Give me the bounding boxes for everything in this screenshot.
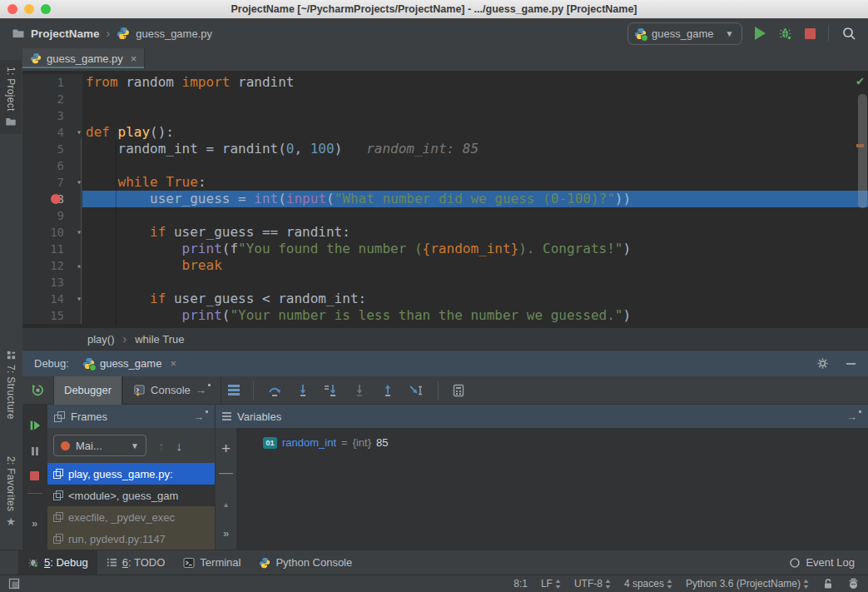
gutter-line-1[interactable]: 1: [22, 74, 82, 91]
caret-position[interactable]: 8:1: [513, 578, 528, 590]
code-line-8[interactable]: 8 user_guess = int(input("What number di…: [22, 191, 868, 207]
close-window-button[interactable]: [7, 4, 17, 14]
fold-marker-icon[interactable]: ▾: [77, 124, 82, 141]
minimize-window-button[interactable]: [24, 4, 34, 14]
previous-frame-icon[interactable]: ↑: [158, 439, 165, 453]
code-line-10[interactable]: 10▾ if user_guess == randint:: [22, 224, 868, 241]
code-line-2[interactable]: 2: [22, 91, 868, 107]
code-line-9[interactable]: 9: [22, 207, 868, 224]
hide-tool-window-icon[interactable]: [846, 358, 856, 369]
toolbar-tab-todo[interactable]: 6: TODO: [97, 550, 175, 575]
event-log-label[interactable]: Event Log: [806, 556, 855, 569]
tab-console[interactable]: Console →: [122, 376, 221, 405]
stop-process-icon[interactable]: [29, 470, 40, 481]
toolbar-tab-debug[interactable]: 5: Debug: [18, 550, 97, 575]
code-line-15[interactable]: 15 print("Your number is less than the n…: [22, 307, 868, 324]
run-button[interactable]: [755, 27, 766, 40]
close-icon[interactable]: ×: [131, 52, 137, 65]
step-into-icon[interactable]: [295, 384, 310, 397]
code-line-3[interactable]: 3: [22, 107, 868, 124]
code-token: play: [118, 124, 151, 140]
editor-scrollbar[interactable]: [858, 94, 867, 208]
force-step-into-icon[interactable]: [324, 384, 339, 397]
step-out-of-block-icon[interactable]: [352, 384, 367, 397]
interpreter-select[interactable]: Python 3.6 (ProjectName): [686, 578, 809, 590]
encoding-select[interactable]: UTF-8: [574, 578, 611, 590]
more-actions-icon[interactable]: »: [223, 527, 229, 540]
debug-button[interactable]: [778, 27, 792, 41]
editor-tab-guess-game[interactable]: guess_game.py ×: [22, 48, 145, 68]
settings-gear-icon[interactable]: [816, 357, 829, 370]
gutter-line-8[interactable]: 8: [22, 191, 82, 207]
code-line-6[interactable]: 6: [22, 157, 868, 174]
inspections-ok-icon[interactable]: ✔: [856, 72, 864, 89]
toggle-tool-windows-icon[interactable]: [8, 578, 20, 590]
step-out-icon[interactable]: [380, 384, 395, 397]
gutter-line-9[interactable]: 9: [22, 207, 82, 224]
code-line-5[interactable]: 5 random_int = randint(0, 100) random_in…: [22, 141, 868, 157]
line-ending-select[interactable]: LF: [541, 578, 561, 590]
error-stripe-mark[interactable]: [856, 144, 864, 147]
gutter-line-13[interactable]: 13: [22, 274, 82, 291]
gutter-line-14[interactable]: 14▾: [22, 291, 82, 307]
gutter-line-10[interactable]: 10▾: [22, 224, 82, 241]
sidebar-item-structure[interactable]: 7: Structure: [0, 350, 22, 420]
pause-program-icon[interactable]: [29, 445, 41, 457]
rerun-icon[interactable]: [31, 383, 45, 397]
code-line-14[interactable]: 14▾ if user_guess < random_int:: [22, 291, 868, 307]
more-actions-icon[interactable]: »: [32, 517, 37, 530]
show-execution-point-icon[interactable]: [228, 385, 240, 395]
scroll-to-source-icon[interactable]: →: [846, 410, 861, 423]
search-everywhere-icon[interactable]: [841, 26, 856, 41]
run-to-cursor-icon[interactable]: [409, 384, 424, 397]
resume-program-icon[interactable]: [28, 419, 42, 432]
breadcrumb-block[interactable]: while True: [135, 333, 184, 346]
gutter-line-12[interactable]: 12▴: [22, 257, 82, 274]
gutter-line-11[interactable]: 11: [22, 241, 82, 257]
gutter-line-2[interactable]: 2: [22, 91, 82, 107]
gutter-line-7[interactable]: 7▾: [22, 174, 82, 191]
inspection-profile-icon[interactable]: [847, 578, 860, 590]
gutter-line-15[interactable]: 15: [22, 307, 82, 324]
toolbar-tab-terminal[interactable]: Terminal: [174, 550, 250, 575]
frame-row[interactable]: play, guess_game.py:: [47, 463, 215, 485]
gutter-line-4[interactable]: 4▾: [22, 124, 82, 141]
sidebar-item-favorites[interactable]: 2: Favorites ★: [0, 456, 22, 528]
gutter-line-5[interactable]: 5: [22, 141, 82, 157]
next-frame-icon[interactable]: ↓: [176, 439, 183, 453]
stop-button[interactable]: [805, 28, 816, 39]
thread-select[interactable]: Mai... ▼: [53, 435, 146, 456]
debug-session-tab[interactable]: guess_game ×: [82, 357, 176, 370]
code-editor[interactable]: 1from random import randint234▾def play(…: [22, 71, 868, 328]
sidebar-item-project[interactable]: 1: Project: [0, 60, 22, 134]
code-line-1[interactable]: 1from random import randint: [22, 74, 868, 91]
code-line-4[interactable]: 4▾def play():: [22, 124, 868, 141]
frame-row[interactable]: execfile, _pydev_exec: [47, 506, 215, 528]
step-over-icon[interactable]: [267, 384, 282, 397]
gutter-line-3[interactable]: 3: [22, 107, 82, 124]
code-line-7[interactable]: 7▾ while True:: [22, 174, 868, 191]
code-line-13[interactable]: 13: [22, 274, 868, 291]
zoom-window-button[interactable]: [41, 4, 51, 14]
variable-row[interactable]: 01random_int = {int}85: [236, 428, 868, 449]
evaluate-expression-icon[interactable]: [452, 384, 465, 397]
frame-row[interactable]: <module>, guess_gam: [47, 485, 215, 506]
indent-select[interactable]: 4 spaces: [624, 578, 672, 590]
code-line-12[interactable]: 12▴ break: [22, 257, 868, 274]
remove-watch-icon[interactable]: —: [219, 465, 233, 481]
breadcrumb-project[interactable]: ProjectName: [31, 27, 100, 40]
toolbar-tab-python-console[interactable]: Python Console: [250, 550, 361, 575]
tab-debugger[interactable]: Debugger: [53, 376, 122, 405]
breadcrumb-function[interactable]: play(): [87, 333, 115, 346]
breakpoint-dot[interactable]: [51, 194, 61, 204]
add-watch-icon[interactable]: +: [221, 440, 231, 458]
scroll-up-icon[interactable]: ▴: [224, 500, 228, 509]
gutter-line-6[interactable]: 6: [22, 157, 82, 174]
breadcrumb-file[interactable]: guess_game.py: [136, 27, 212, 40]
lock-icon[interactable]: [822, 578, 834, 590]
frame-row[interactable]: run, pydevd.py:1147: [47, 528, 215, 550]
scroll-to-source-icon[interactable]: →: [193, 410, 208, 423]
code-line-11[interactable]: 11 print(f"You found the number ({random…: [22, 241, 868, 257]
close-icon[interactable]: ×: [170, 357, 176, 370]
run-configuration-select[interactable]: guess_game ▼: [627, 22, 742, 45]
